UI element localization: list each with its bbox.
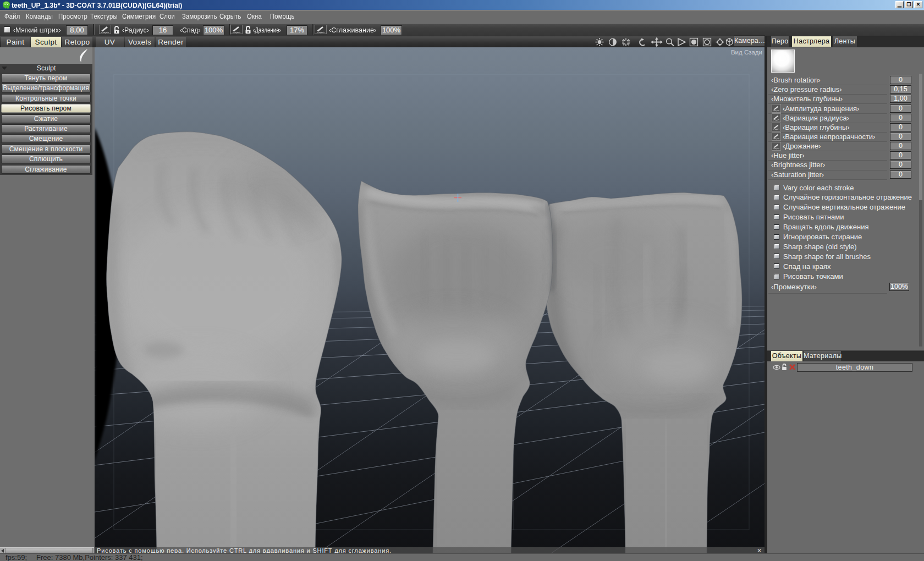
- svg-text:Вид Сзади: Вид Сзади: [731, 49, 762, 56]
